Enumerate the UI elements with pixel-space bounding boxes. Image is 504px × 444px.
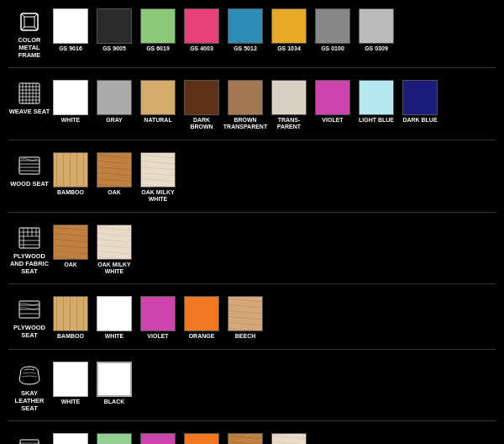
color-item[interactable]: GS 9005 [94,8,134,52]
color-item[interactable]: VIOLET [138,433,178,444]
color-swatch [402,80,438,115]
color-item[interactable]: OAK MILKY WHITE VENEER [269,433,309,444]
color-name: WHITE [105,333,124,340]
color-item[interactable]: WHITE [50,433,91,444]
color-swatch [184,8,219,44]
svg-rect-22 [19,228,39,248]
wood-seat-label: WOOD SEAT [10,180,49,188]
mdf-top-color-list: WHITEGREENVIOLETORANGEOAK VENEEROAK MILK… [50,433,496,444]
color-swatch [359,8,394,44]
color-name: LIGHT BLUE [359,117,394,124]
color-swatch [228,296,263,331]
plywood-seat-label: PLYWOOD SEAT [8,324,50,339]
color-name: WHITE [61,399,81,405]
color-swatch [53,296,88,331]
weave-seat-icon-area: WEAVE SEAT [8,80,50,115]
color-name: BLACK [104,399,125,405]
plywood-seat-color-list: BAMBOOWHITEVIOLETORANGEBEECH [50,296,496,340]
color-swatch [97,362,132,397]
color-swatch [140,80,176,115]
color-item[interactable]: GS 4003 [181,8,222,52]
color-item[interactable]: NATURAL [138,80,178,131]
section-wood-seat: WOOD SEATBAMBOOOAKOAK MILKY WHITE [8,152,496,213]
color-swatch [97,296,132,331]
color-item[interactable]: GS 1034 [269,8,309,52]
color-name: VIOLET [147,333,168,340]
plywood-fabric-seat-label: PLYWOOD AND FABRIC SEAT [8,252,50,275]
color-item[interactable]: GS 0309 [356,8,396,52]
color-item[interactable]: OAK MILKY WHITE [138,152,178,204]
color-swatch [271,8,307,44]
color-item[interactable]: OAK VENEER [225,433,265,444]
color-name: GS 1034 [277,45,301,52]
section-weave-seat: WEAVE SEATWHITEGRAYNATURALDARK BROWNBROW… [8,80,496,140]
color-item[interactable]: ORANGE [181,433,222,444]
skay-leather-seat-color-list: WHITEBLACK [50,362,496,405]
plywood-seat-icon-area: PLYWOOD SEAT [8,296,50,339]
color-swatch [53,433,88,444]
color-item[interactable]: BEECH [225,296,265,340]
color-item[interactable]: WHITE [50,362,91,405]
color-item[interactable]: BROWN TRANSPARENT [225,80,265,131]
section-mdf-top: MDF TOPWHITEGREENVIOLETORANGEOAK VENEERO… [8,433,496,444]
color-name: OAK MILKY WHITE [138,189,178,204]
plywood-fabric-seat-icon-area: PLYWOOD AND FABRIC SEAT [8,225,50,275]
color-swatch [315,8,350,44]
color-item[interactable]: GS 0100 [312,8,353,52]
color-item[interactable]: WHITE [94,296,134,340]
color-item[interactable]: GS 9016 [50,8,91,52]
color-item[interactable]: GS 6019 [138,8,178,52]
color-swatch [228,433,263,444]
color-name: NATURAL [144,117,171,124]
color-item[interactable]: TRANS- PARENT [269,80,309,131]
color-swatch [359,80,394,115]
color-swatch [271,80,307,115]
color-name: GS 6019 [146,45,170,52]
color-item[interactable]: DARK BROWN [181,80,222,131]
color-swatch [140,8,176,44]
color-item[interactable]: ORANGE [181,296,222,340]
color-swatch [271,433,307,444]
section-plywood-seat: PLYWOOD SEATBAMBOOWHITEVIOLETORANGEBEECH [8,296,496,349]
section-color-metal-frame: COLOR METAL FRAMEGS 9016GS 9005GS 6019GS… [8,8,496,68]
color-item[interactable]: OAK MILKY WHITE [94,225,134,276]
color-name: GS 5012 [234,45,257,52]
color-swatch [97,80,132,115]
color-swatch [228,8,263,44]
color-name: TRANS- PARENT [269,117,309,131]
color-item[interactable]: DARK BLUE [400,80,440,131]
color-name: BAMBOO [57,189,84,196]
color-swatch [53,362,88,397]
color-item[interactable]: GS 5012 [225,8,265,52]
color-name: OAK MILKY WHITE [94,262,134,276]
color-name: GS 9016 [59,45,82,52]
color-name: BROWN TRANSPARENT [223,117,267,131]
color-item[interactable]: WHITE [50,80,91,131]
weave-seat-color-list: WHITEGRAYNATURALDARK BROWNBROWN TRANSPAR… [50,80,496,131]
color-name: DARK BLUE [402,117,437,124]
color-name: GS 0100 [321,45,344,52]
section-plywood-fabric-seat: PLYWOOD AND FABRIC SEATOAKOAK MILKY WHIT… [8,225,496,285]
plywood-fabric-seat-color-list: OAKOAK MILKY WHITE [50,225,496,276]
color-item[interactable]: BAMBOO [50,152,91,204]
color-name: GRAY [106,117,123,124]
skay-leather-seat-icon-area: SKAY LEATHER SEAT [8,362,50,412]
color-item[interactable]: OAK [50,225,91,276]
color-swatch [140,433,176,444]
color-item[interactable]: VIOLET [312,80,353,131]
color-item[interactable]: BLACK [94,362,134,405]
weave-seat-label: WEAVE SEAT [9,108,50,115]
color-item[interactable]: VIOLET [138,296,178,340]
color-name: DARK BROWN [181,117,222,131]
color-item[interactable]: LIGHT BLUE [356,80,396,131]
color-metal-frame-color-list: GS 9016GS 9005GS 6019GS 4003GS 5012GS 10… [50,8,496,52]
color-item[interactable]: GRAY [94,80,134,131]
color-name: GS 9005 [102,45,126,52]
color-item[interactable]: BAMBOO [50,296,91,340]
color-item[interactable]: GREEN [94,433,134,444]
color-swatch [53,152,88,188]
color-swatch [228,80,263,115]
svg-rect-35 [20,440,39,444]
color-item[interactable]: OAK [94,152,134,204]
color-name: OAK [64,262,77,268]
